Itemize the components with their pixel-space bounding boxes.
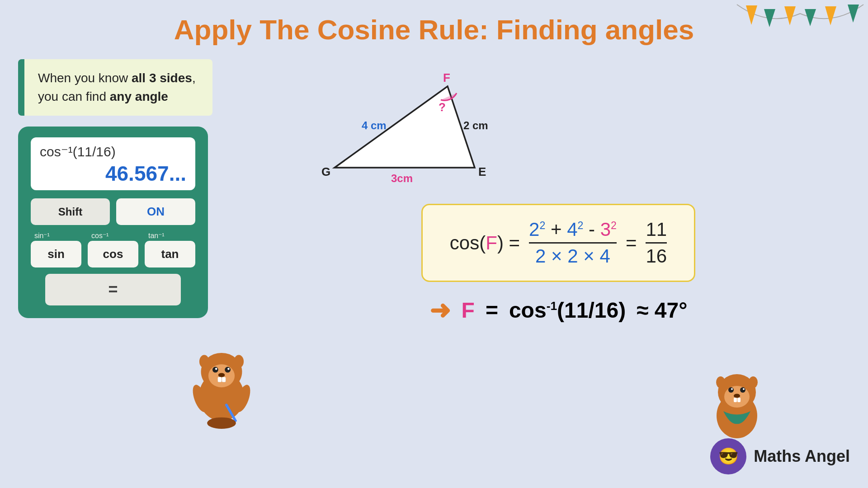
info-box: When you know all 3 sides, you can find … (18, 59, 212, 116)
formula-result-frac: 11 16 (646, 219, 667, 267)
sin-button[interactable]: sin (31, 241, 81, 267)
info-bold-2: any angle (110, 89, 168, 103)
cos-button[interactable]: cos (88, 241, 138, 267)
triangle-area: F G E 4 cm 2 cm 3cm ? (267, 59, 850, 195)
sin-wrap: sin⁻¹ sin (31, 231, 81, 267)
svg-point-38 (734, 394, 740, 398)
svg-point-35 (740, 387, 745, 393)
info-bold-1: all 3 sides (132, 71, 192, 85)
svg-text:F: F (443, 71, 450, 84)
svg-rect-23 (222, 377, 226, 382)
title-prefix: Apply The Cosine Rule: (174, 14, 496, 45)
brand-name: Maths Angel (754, 447, 850, 466)
svg-point-18 (225, 367, 231, 373)
formula-cos-f: cos(F) = (450, 232, 520, 254)
formula-minus: - (589, 219, 600, 240)
bunting-decoration (732, 0, 868, 59)
brand-avatar: 😎 (710, 438, 746, 474)
result-approx: ≈ 47° (637, 298, 687, 323)
shift-button[interactable]: Shift (31, 198, 110, 225)
svg-point-41 (716, 376, 725, 388)
calc-display-expression: cos⁻¹(11/16) (40, 144, 186, 160)
brand-avatar-emoji: 😎 (718, 447, 739, 466)
formula-3sq: 32 (600, 219, 617, 240)
tan-super: tan⁻¹ (148, 231, 165, 240)
title-highlight: Finding angles (496, 14, 694, 45)
svg-text:4 cm: 4 cm (362, 119, 387, 131)
info-text-plain: When you know all 3 sides, you can find … (38, 71, 196, 103)
formula-equals: = (626, 232, 637, 254)
svg-text:G: G (321, 165, 330, 178)
formula-numerator: 22 + 42 - 32 (529, 219, 617, 244)
on-button[interactable]: ON (116, 198, 195, 225)
svg-point-37 (743, 388, 745, 390)
svg-point-36 (731, 388, 733, 390)
beaver-right (705, 361, 769, 443)
calc-row-1: Shift ON (31, 198, 195, 225)
svg-marker-5 (848, 5, 859, 23)
svg-text:3cm: 3cm (391, 172, 413, 184)
svg-rect-39 (734, 398, 737, 402)
formula-fraction: 22 + 42 - 32 2 × 2 × 4 (529, 219, 617, 267)
formula-box: cos(F) = 22 + 42 - 32 2 × 2 × 4 = 11 16 (421, 204, 695, 282)
svg-text:2 cm: 2 cm (463, 119, 488, 131)
formula-4sq: 42 (567, 219, 583, 240)
cos-super: cos⁻¹ (91, 231, 108, 240)
tan-button[interactable]: tan (145, 241, 195, 267)
result-line: ➜ F = cos-1(11/16) ≈ 47° (429, 296, 688, 325)
svg-point-19 (215, 368, 217, 370)
formula-denominator: 2 × 2 × 4 (535, 245, 610, 267)
svg-point-20 (227, 368, 230, 370)
calc-display: cos⁻¹(11/16) 46.567... (31, 137, 195, 190)
arrow-icon: ➜ (429, 296, 451, 325)
sin-super: sin⁻¹ (34, 231, 50, 240)
svg-point-34 (728, 387, 734, 393)
formula-f-var: F (486, 232, 497, 253)
tan-wrap: tan⁻¹ tan (145, 231, 195, 267)
svg-marker-4 (825, 6, 836, 25)
svg-point-30 (207, 418, 236, 429)
formula-plus: + (551, 219, 567, 240)
calculator: cos⁻¹(11/16) 46.567... Shift ON sin⁻¹ si… (18, 127, 208, 318)
formula-result-num: 11 (646, 219, 667, 244)
svg-rect-22 (218, 377, 222, 382)
cos-wrap: cos⁻¹ cos (88, 231, 138, 267)
calc-equals-row: = (31, 274, 195, 305)
formula-denom: 2 × 2 × 4 (535, 245, 610, 267)
svg-point-25 (234, 355, 244, 368)
beaver-left (185, 339, 258, 429)
svg-marker-1 (764, 9, 775, 27)
svg-text:?: ? (439, 100, 446, 114)
svg-point-21 (218, 373, 225, 377)
svg-text:E: E (478, 165, 486, 178)
svg-marker-6 (335, 86, 475, 168)
formula-result-den: 16 (646, 245, 667, 267)
calc-trig-row: sin⁻¹ sin cos⁻¹ cos tan⁻¹ tan (31, 231, 195, 267)
result-f: F (462, 298, 475, 323)
svg-point-42 (749, 376, 758, 388)
formula-2sq: 22 (529, 219, 545, 240)
equals-button[interactable]: = (45, 274, 181, 305)
svg-rect-40 (737, 398, 741, 402)
branding: 😎 Maths Angel (710, 438, 850, 474)
calc-display-result: 46.567... (40, 161, 186, 186)
svg-point-17 (212, 367, 218, 373)
result-cosinv: cos-1(11/16) (509, 298, 626, 323)
svg-point-24 (199, 355, 209, 368)
result-equals: = (486, 298, 498, 323)
